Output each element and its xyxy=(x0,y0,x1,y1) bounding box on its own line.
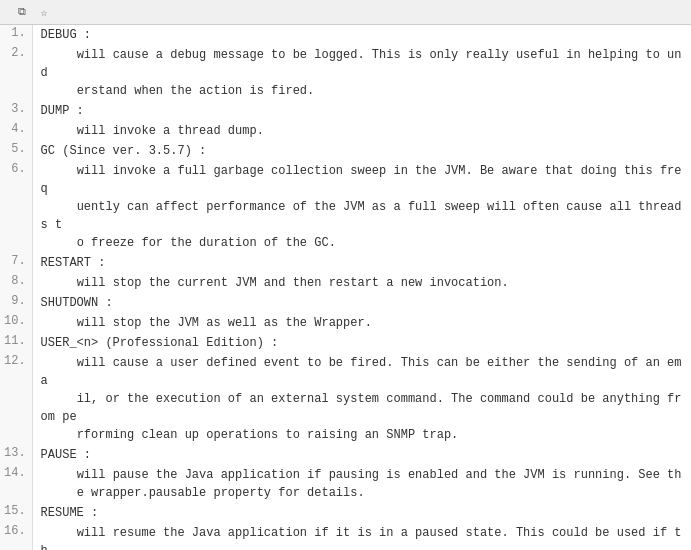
line-number: 15. xyxy=(0,503,32,523)
line-number: 2. xyxy=(0,45,32,101)
line-content: will pause the Java application if pausi… xyxy=(32,465,691,503)
line-content: will stop the current JVM and then resta… xyxy=(32,273,691,293)
title-bar: ⧉ ☆ xyxy=(0,0,691,25)
line-content: SHUTDOWN : xyxy=(32,293,691,313)
table-row: 6. will invoke a full garbage collection… xyxy=(0,161,691,253)
line-content: PAUSE : xyxy=(32,445,691,465)
line-content: will invoke a thread dump. xyxy=(32,121,691,141)
table-row: 2. will cause a debug message to be logg… xyxy=(0,45,691,101)
table-row: 14. will pause the Java application if p… xyxy=(0,465,691,503)
table-row: 1.DEBUG : xyxy=(0,25,691,45)
line-content: RESUME : xyxy=(32,503,691,523)
line-number: 3. xyxy=(0,101,32,121)
table-row: 3.DUMP : xyxy=(0,101,691,121)
line-content: will cause a debug message to be logged.… xyxy=(32,45,691,101)
line-number: 14. xyxy=(0,465,32,503)
line-content: USER_<n> (Professional Edition) : xyxy=(32,333,691,353)
line-number: 5. xyxy=(0,141,32,161)
line-number: 8. xyxy=(0,273,32,293)
line-number: 11. xyxy=(0,333,32,353)
line-content: RESTART : xyxy=(32,253,691,273)
line-number: 13. xyxy=(0,445,32,465)
line-number: 4. xyxy=(0,121,32,141)
line-number: 10. xyxy=(0,313,32,333)
table-row: 11.USER_<n> (Professional Edition) : xyxy=(0,333,691,353)
table-row: 4. will invoke a thread dump. xyxy=(0,121,691,141)
line-content: DUMP : xyxy=(32,101,691,121)
code-table: 1.DEBUG :2. will cause a debug message t… xyxy=(0,25,691,550)
line-content: will cause a user defined event to be fi… xyxy=(32,353,691,445)
line-number: 9. xyxy=(0,293,32,313)
line-number: 12. xyxy=(0,353,32,445)
table-row: 7.RESTART : xyxy=(0,253,691,273)
line-number: 6. xyxy=(0,161,32,253)
table-row: 8. will stop the current JVM and then re… xyxy=(0,273,691,293)
copy-icon[interactable]: ⧉ xyxy=(14,4,30,20)
table-row: 16. will resume the Java application if … xyxy=(0,523,691,550)
code-container: 1.DEBUG :2. will cause a debug message t… xyxy=(0,25,691,550)
table-row: 9.SHUTDOWN : xyxy=(0,293,691,313)
line-content: GC (Since ver. 3.5.7) : xyxy=(32,141,691,161)
line-content: will invoke a full garbage collection sw… xyxy=(32,161,691,253)
line-content: will resume the Java application if it i… xyxy=(32,523,691,550)
table-row: 5.GC (Since ver. 3.5.7) : xyxy=(0,141,691,161)
line-content: will stop the JVM as well as the Wrapper… xyxy=(32,313,691,333)
table-row: 15.RESUME : xyxy=(0,503,691,523)
star-icon[interactable]: ☆ xyxy=(36,4,52,20)
line-number: 7. xyxy=(0,253,32,273)
table-row: 13.PAUSE : xyxy=(0,445,691,465)
line-content: DEBUG : xyxy=(32,25,691,45)
table-row: 12. will cause a user defined event to b… xyxy=(0,353,691,445)
table-row: 10. will stop the JVM as well as the Wra… xyxy=(0,313,691,333)
line-number: 16. xyxy=(0,523,32,550)
line-number: 1. xyxy=(0,25,32,45)
